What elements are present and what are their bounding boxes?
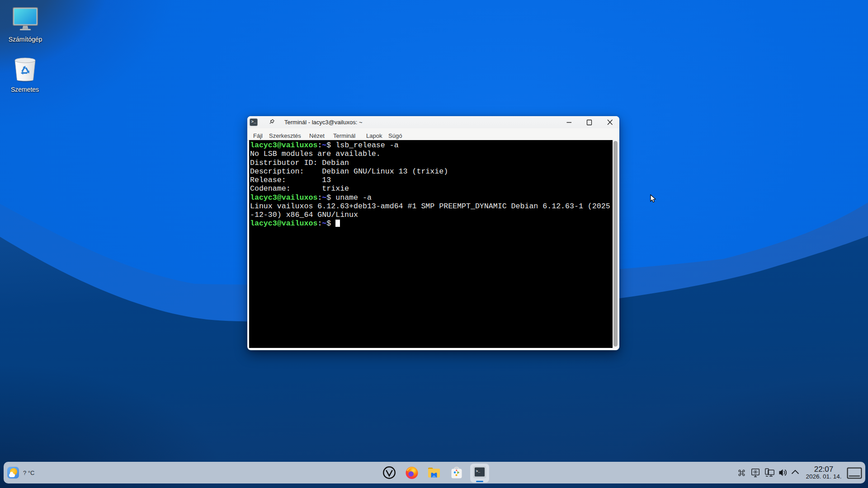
svg-text:>_: >_: [476, 469, 481, 473]
